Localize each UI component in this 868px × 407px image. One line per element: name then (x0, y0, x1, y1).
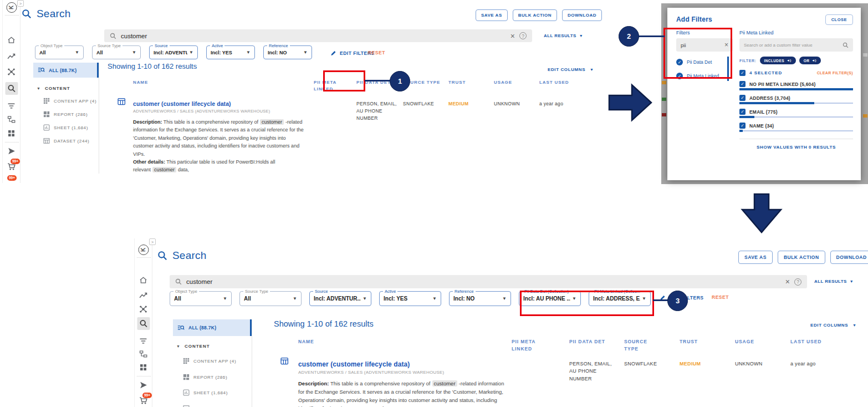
backdrop-fragment (863, 53, 867, 57)
sheet-icon (43, 124, 50, 131)
sidebar-item-report[interactable]: REPORT (286) (183, 374, 227, 380)
cell-trust: MEDIUM (448, 100, 494, 174)
filter-source[interactable]: SourceIncl: ADVENTUR...▼ (149, 45, 198, 59)
report-icon (183, 374, 190, 380)
reset-filters-button[interactable]: RESET (712, 294, 729, 300)
result-link[interactable]: customer (customer lifecycle data) (298, 360, 512, 368)
download-button[interactable]: DOWNLOAD (562, 9, 602, 21)
filter-nav-icon[interactable] (7, 101, 16, 110)
filter-source-type[interactable]: Source TypeAll▼ (92, 45, 141, 59)
cell-source-type: SNOWFLAKE (624, 360, 671, 407)
checkbox-icon[interactable]: ✓ (739, 123, 746, 129)
search-nav-icon[interactable] (5, 82, 18, 95)
edit-columns-dropdown[interactable]: EDIT COLUMNS▼ (548, 67, 594, 72)
search-nav-icon[interactable] (137, 317, 150, 330)
lineage-icon[interactable] (139, 304, 148, 313)
bulk-action-button[interactable]: BULK ACTION (778, 251, 825, 264)
hierarchy-icon[interactable] (139, 349, 148, 358)
filter-mode-label: FILTER: (739, 59, 757, 63)
download-button[interactable]: DOWNLOAD (830, 251, 868, 264)
trending-icon[interactable] (7, 52, 16, 60)
apps-grid-icon[interactable] (139, 363, 148, 372)
search-input[interactable]: customer × ? (170, 275, 807, 288)
save-as-button[interactable]: SAVE AS (476, 9, 508, 21)
highlight-chip: customer (260, 119, 284, 125)
column-header-trust: TRUST (448, 79, 487, 100)
trending-icon[interactable] (139, 291, 148, 299)
filter-nav-icon[interactable] (139, 336, 148, 345)
bulk-action-button[interactable]: BULK ACTION (513, 9, 557, 21)
result-link[interactable]: customer (customer lifecycle data) (133, 100, 314, 107)
sidebar-item-content-app[interactable]: CONTENT APP (4) (183, 358, 236, 364)
expand-rail-button[interactable]: > (149, 238, 156, 245)
modal-values-panel: Pii Meta Linked Search or add a custom f… (739, 30, 853, 150)
home-icon[interactable] (7, 35, 16, 44)
checkbox-icon[interactable]: ✓ (739, 70, 746, 76)
or-toggle[interactable]: OR◄) (799, 57, 821, 64)
apps-grid-icon[interactable] (7, 129, 16, 138)
chevron-down-icon: ▼ (579, 34, 583, 38)
filter-object-type[interactable]: Object TypeAll▼ (170, 291, 232, 306)
home-icon[interactable] (139, 276, 148, 284)
lineage-icon[interactable] (7, 67, 16, 76)
close-button[interactable]: CLOSE (825, 14, 853, 25)
cell-last-used: a year ago (539, 100, 586, 174)
clear-filters-link[interactable]: CLEAR FILTER(S) (817, 71, 853, 75)
search-input[interactable]: customer × ? (104, 29, 532, 42)
filter-reference[interactable]: ReferenceIncl: NO▼ (263, 45, 312, 59)
toggle-icon: ◄) (787, 59, 792, 62)
all-results-dropdown[interactable]: ALL RESULTS▼ (544, 33, 583, 38)
sidebar-item-content-app[interactable]: CONTENT APP (4) (43, 98, 96, 104)
show-zero-results-link[interactable]: SHOW VALUES WITH 0 RESULTS (739, 145, 853, 150)
backdrop-fragment (662, 81, 666, 84)
filter-source[interactable]: SourceIncl: ADVENTUR...▼ (309, 291, 371, 306)
sidebar-group-content[interactable]: ▼CONTENT (37, 86, 70, 91)
sidebar-item-all[interactable]: ALL (88.7K) (33, 63, 99, 78)
checkbox-icon[interactable]: ✓ (739, 81, 746, 87)
edit-columns-dropdown[interactable]: EDIT COLUMNS▼ (810, 323, 857, 328)
results-table: NAME PII META LINKED PII DATA DET SOURCE… (133, 79, 586, 174)
includes-toggle[interactable]: INCLUDES◄) (760, 57, 796, 64)
checkbox-icon[interactable]: ✓ (739, 95, 746, 101)
sidebar-item-sheet[interactable]: SHEET (1,684) (183, 389, 228, 396)
value-search-input[interactable]: Search or add a custom filter value (739, 38, 853, 52)
sidebar-item-dataset[interactable]: DATASET (244) (43, 138, 89, 144)
clear-search-icon[interactable]: × (785, 278, 790, 286)
all-results-dropdown[interactable]: ALL RESULTS▼ (814, 279, 854, 284)
help-icon[interactable]: ? (519, 32, 527, 39)
sidebar-item-report[interactable]: REPORT (286) (43, 111, 88, 118)
result-path: ADVENTUREWORKS / SALES (ADVENTUREWORKS W… (133, 109, 314, 114)
dataset-icon (43, 138, 50, 144)
cart-count-badge: 99+ (11, 159, 20, 164)
reset-filters-button[interactable]: RESET (368, 50, 385, 55)
expand-rail-button[interactable]: > (17, 0, 24, 7)
dataset-icon (183, 405, 190, 407)
sheet-icon (183, 389, 190, 396)
backdrop-fragment (662, 113, 666, 116)
chevron-down-icon: ▼ (223, 296, 227, 301)
send-icon[interactable] (139, 380, 148, 389)
results-table: NAME PII META LINKED PII DATA DET SOURCE… (298, 338, 851, 407)
chevron-down-icon: ▼ (852, 323, 857, 327)
cell-trust: MEDIUM (680, 360, 727, 407)
help-icon[interactable]: ? (794, 278, 801, 286)
search-query-text: customer (186, 278, 781, 285)
sidebar-item-sheet[interactable]: SHEET (1,684) (43, 124, 88, 131)
hierarchy-icon[interactable] (7, 115, 16, 124)
app-logo: K (138, 245, 149, 255)
clear-search-icon[interactable]: × (510, 32, 515, 40)
cell-pii-data-det: PERSON, EMAIL, AU PHONE NUMBER (569, 360, 616, 407)
sidebar-group-content[interactable]: ▼CONTENT (176, 344, 210, 349)
send-icon[interactable] (7, 146, 16, 155)
checkbox-icon[interactable]: ✓ (739, 109, 746, 115)
filter-source-type[interactable]: Source TypeAll▼ (239, 291, 302, 306)
filter-reference[interactable]: ReferenceIncl: NO▼ (449, 291, 511, 306)
filter-object-type[interactable]: Object TypeAll▼ (35, 45, 84, 59)
chevron-down-icon: ▼ (189, 50, 193, 55)
sidebar-item-dataset[interactable]: DATASET (244) (183, 405, 229, 407)
column-header-name: NAME (298, 338, 337, 360)
save-as-button[interactable]: SAVE AS (738, 251, 773, 264)
filter-active[interactable]: ActiveIncl: YES▼ (206, 45, 255, 59)
sidebar-item-all[interactable]: ALL (88.7K) (173, 319, 252, 336)
filter-active[interactable]: ActiveIncl: YES▼ (379, 291, 441, 306)
